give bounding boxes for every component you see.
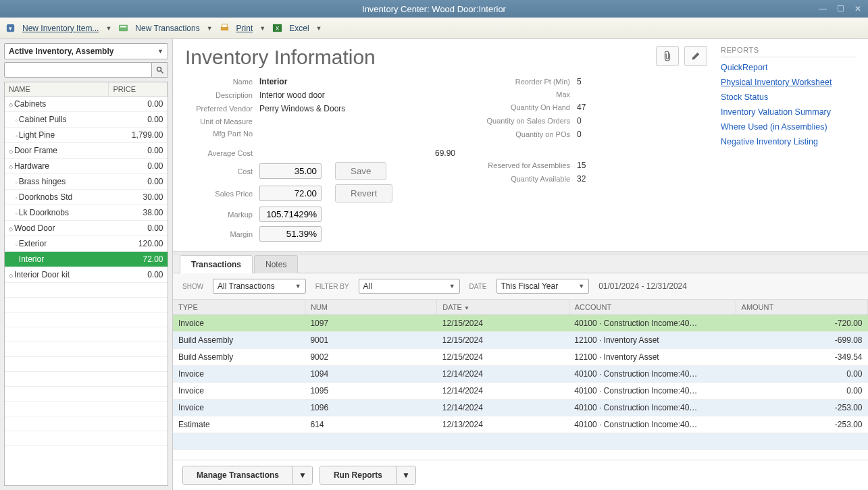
- table-row[interactable]: Build Assembly900112/15/202412100 · Inve…: [173, 332, 868, 349]
- excel-button[interactable]: Excel: [289, 24, 309, 33]
- filterby-dropdown[interactable]: All▼: [359, 279, 460, 294]
- window-title: Inventory Center: Wood Door:Interior: [362, 4, 506, 14]
- report-link-negative-inventory[interactable]: Negative Inventory Listing: [721, 137, 856, 146]
- date-range: 01/01/2024 - 12/31/2024: [598, 281, 687, 291]
- col-amount[interactable]: AMOUNT: [736, 300, 867, 315]
- save-button[interactable]: Save: [335, 162, 386, 180]
- show-dropdown[interactable]: All Transactions▼: [213, 279, 306, 294]
- list-item[interactable]: ◇Interior Door kit0.00: [5, 267, 168, 283]
- chevron-down-icon[interactable]: ▼: [259, 25, 265, 32]
- filter-dropdown[interactable]: Active Inventory, Assembly ▼: [4, 43, 168, 59]
- toolbar: ▾ New Inventory Item... ▼ New Transactio…: [0, 18, 868, 39]
- print-icon: [220, 23, 230, 33]
- qoh-label: Quantity On Hand: [455, 103, 577, 111]
- markup-input[interactable]: [259, 207, 322, 222]
- chevron-down-icon[interactable]: ▼: [105, 25, 111, 32]
- list-item: [5, 327, 168, 342]
- close-icon[interactable]: ✕: [852, 4, 864, 13]
- report-link-quickreport[interactable]: QuickReport: [721, 63, 856, 72]
- list-item[interactable]: ◦Cabinet Pulls0.00: [5, 112, 168, 128]
- search-icon: [156, 66, 164, 74]
- list-item: [5, 387, 168, 402]
- salesprice-input[interactable]: [259, 186, 322, 201]
- date-dropdown[interactable]: This Fiscal Year▼: [496, 279, 590, 294]
- revert-button[interactable]: Revert: [335, 184, 392, 202]
- minimize-icon[interactable]: ―: [817, 4, 829, 13]
- col-date[interactable]: DATE ▼: [437, 300, 569, 315]
- new-inventory-item-button[interactable]: New Inventory Item...: [22, 24, 99, 33]
- report-link-valuation-summary[interactable]: Inventory Valuation Summary: [721, 107, 856, 117]
- tab-transactions[interactable]: Transactions: [180, 255, 253, 273]
- qoh-value: 47: [577, 103, 651, 112]
- list-item[interactable]: ◦Lk Doorknobs38.00: [5, 205, 168, 221]
- chevron-down-icon[interactable]: ▼: [207, 25, 213, 32]
- col-price[interactable]: PRICE: [109, 82, 168, 97]
- table-row[interactable]: Estimate61412/13/202440100 · Constructio…: [173, 416, 868, 433]
- qavail-value: 32: [577, 174, 651, 184]
- maximize-icon[interactable]: ☐: [834, 4, 846, 13]
- table-row[interactable]: Invoice109712/15/202440100 · Constructio…: [173, 315, 868, 332]
- item-list[interactable]: NAME PRICE ◇Cabinets0.00◦Cabinet Pulls0.…: [4, 82, 168, 486]
- cost-input[interactable]: [259, 163, 322, 179]
- search-input[interactable]: [4, 62, 152, 78]
- new-transactions-button[interactable]: New Transactions: [135, 24, 199, 33]
- print-label: Print: [236, 24, 253, 33]
- desc-value: Interior wood door: [259, 90, 455, 100]
- table-row[interactable]: Invoice109612/14/202440100 · Constructio…: [173, 400, 868, 416]
- list-item[interactable]: ◦Doorknobs Std30.00: [5, 190, 168, 205]
- reserved-label: Reserved for Assemblies: [455, 161, 577, 169]
- list-item[interactable]: ◦Light Pine1,799.00: [5, 128, 168, 143]
- report-link-physical-inventory[interactable]: Physical Inventory Worksheet: [721, 78, 856, 87]
- list-item[interactable]: ◇Cabinets0.00: [5, 97, 168, 112]
- chevron-down-icon[interactable]: ▼: [396, 466, 415, 484]
- overflow-icon[interactable]: ▾: [5, 23, 16, 33]
- transaction-filters: SHOW All Transactions▼ FILTER BY All▼ DA…: [173, 273, 868, 300]
- list-item[interactable]: ◇Wood Door0.00: [5, 221, 168, 236]
- print-button[interactable]: Print: [236, 24, 253, 33]
- table-row[interactable]: Build Assembly900212/15/202412100 · Inve…: [173, 349, 868, 366]
- svg-line-9: [160, 70, 163, 73]
- table-row[interactable]: Invoice109412/14/202440100 · Constructio…: [173, 366, 868, 383]
- tab-notes[interactable]: Notes: [254, 255, 298, 273]
- list-item[interactable]: ◦Interior72.00: [5, 252, 168, 267]
- bottom-bar: Manage Transactions ▼ Run Reports ▼: [173, 460, 868, 490]
- list-item[interactable]: ◦Brass hinges0.00: [5, 174, 168, 190]
- run-reports-button[interactable]: Run Reports ▼: [320, 466, 416, 485]
- list-item: [5, 298, 168, 312]
- sort-desc-icon: ▼: [464, 305, 469, 311]
- chevron-down-icon: ▼: [157, 48, 163, 55]
- chevron-down-icon: ▼: [295, 283, 301, 290]
- reorder-label: Reorder Pt (Min): [455, 78, 577, 86]
- desc-label: Description: [185, 91, 259, 99]
- chevron-down-icon[interactable]: ▼: [316, 25, 322, 32]
- col-name[interactable]: NAME: [5, 82, 109, 97]
- filter-label: Active Inventory, Assembly: [9, 47, 113, 56]
- list-item: [5, 431, 168, 446]
- col-account[interactable]: ACCOUNT: [569, 300, 736, 315]
- svg-text:▾: ▾: [9, 25, 12, 32]
- edit-button[interactable]: [684, 46, 707, 66]
- margin-input[interactable]: [259, 226, 322, 242]
- new-transactions-label: New Transactions: [135, 24, 199, 33]
- list-item: [5, 312, 168, 327]
- col-num[interactable]: NUM: [305, 300, 436, 315]
- max-label: Max: [455, 90, 577, 99]
- reorder-value: 5: [577, 77, 651, 86]
- chevron-down-icon: ▼: [449, 283, 455, 290]
- table-row[interactable]: Invoice109512/14/202440100 · Constructio…: [173, 383, 868, 400]
- search-button[interactable]: [152, 62, 168, 78]
- report-link-where-used[interactable]: Where Used (in Assemblies): [721, 122, 856, 132]
- manage-transactions-button[interactable]: Manage Transactions ▼: [182, 466, 313, 485]
- report-link-stock-status[interactable]: Stock Status: [721, 92, 856, 102]
- cost-label: Cost: [185, 167, 259, 175]
- pencil-icon: [691, 51, 700, 61]
- chevron-down-icon[interactable]: ▼: [292, 466, 312, 484]
- transactions-table[interactable]: TYPE NUM DATE ▼ ACCOUNT AMOUNT Invoice10…: [173, 300, 868, 460]
- list-item: [5, 283, 168, 298]
- col-type[interactable]: TYPE: [173, 300, 305, 315]
- content-area: Inventory Information NameInterior Descr…: [173, 39, 868, 490]
- list-item[interactable]: ◦Exterior120.00: [5, 236, 168, 252]
- list-item[interactable]: ◇Door Frame0.00: [5, 143, 168, 159]
- list-item[interactable]: ◇Hardware0.00: [5, 159, 168, 174]
- attach-button[interactable]: [656, 46, 679, 66]
